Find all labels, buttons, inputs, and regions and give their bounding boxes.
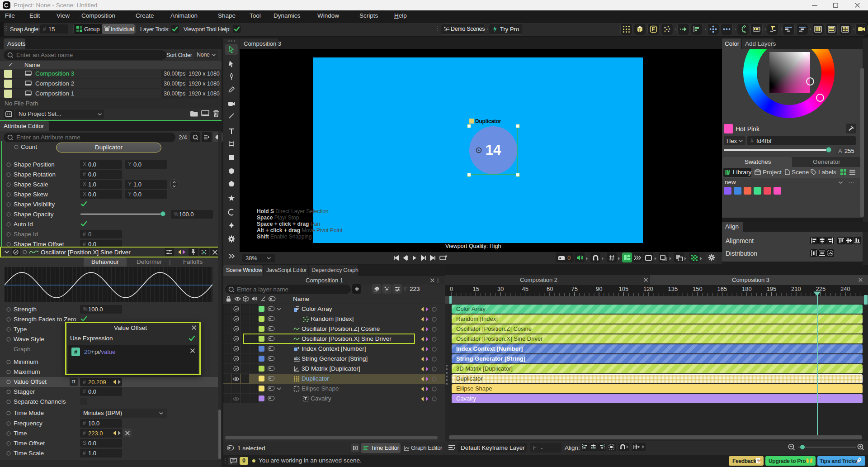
svg-text:abc: abc: [294, 356, 300, 361]
